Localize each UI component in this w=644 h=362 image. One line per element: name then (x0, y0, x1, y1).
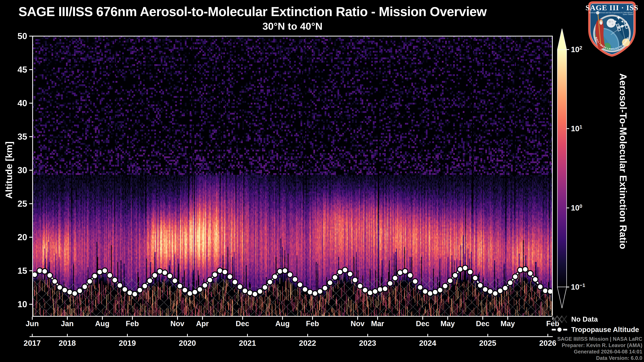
y-tick-mark (29, 304, 32, 305)
legend-no-data-label: No Data (571, 315, 598, 323)
x-year-label: 2020 (179, 339, 196, 348)
logo-subtitle-left: Stratospheric Aerosol and Gas Experiment… (589, 12, 622, 13)
x-month-label: Apr (196, 320, 209, 328)
mission-logo: SAGE III · ISS Stratospheric Aerosol and… (584, 1, 640, 59)
x-month-label: Aug (276, 320, 290, 328)
y-tick-label: 15 (0, 266, 27, 276)
x-month-label: Jun (26, 320, 39, 328)
x-year-tick-mark (32, 334, 33, 337)
x-year-label: 2017 (24, 339, 41, 348)
y-tick-label: 35 (0, 132, 27, 142)
y-tick-mark (29, 69, 32, 70)
colorbar-tick-mark (566, 207, 569, 208)
x-month-label: Jan (61, 320, 74, 328)
no-data-swatch (552, 315, 567, 324)
y-tick-mark (29, 203, 32, 204)
footer-line-generated: Generated 2026-04-08 14:01 (492, 349, 642, 355)
x-month-label: Dec (236, 320, 249, 328)
x-year-label: 2021 (239, 339, 256, 348)
x-month-label: May (440, 320, 455, 328)
x-year-tick-mark (307, 334, 308, 337)
colorbar-title: Aerosol-To-Molecular Extinction Ratio (618, 73, 629, 249)
y-tick-label: 20 (0, 232, 27, 242)
y-tick-label: 10 (0, 299, 27, 309)
x-month-label: Nov (350, 320, 364, 328)
y-tick-mark (29, 36, 32, 36)
colorbar-gradient (557, 49, 567, 288)
x-year-tick-mark (187, 334, 188, 337)
x-year-tick-mark (427, 334, 428, 337)
tropopause-swatch (552, 325, 568, 334)
y-tick-label: 50 (0, 31, 27, 41)
logo-title: SAGE III · ISS (586, 3, 638, 12)
colorbar-tick-mark (566, 287, 569, 287)
footer-line-mission: SAGE III/ISS Mission | NASA LaRC (492, 336, 642, 342)
x-year-label: 2023 (359, 339, 376, 348)
page-title: SAGE III/ISS 676nm Aerosol-to-Molecular … (18, 4, 486, 19)
colorbar-top-arrow (557, 28, 567, 50)
x-month-label: Feb (126, 320, 139, 328)
colorbar-tick-mark (566, 49, 569, 50)
x-year-tick-mark (247, 334, 248, 337)
y-tick-mark (29, 103, 32, 104)
page-subtitle: 30°N to 40°N (262, 20, 322, 32)
y-tick-label: 40 (0, 98, 27, 108)
colorbar-tick-mark (566, 128, 569, 129)
colorbar-tick-label: 10−1 (571, 282, 585, 292)
colorbar-bottom-arrow (557, 287, 567, 309)
x-month-label: Mar (371, 320, 384, 328)
logo-moon (606, 18, 616, 27)
y-tick-mark (29, 270, 32, 271)
y-tick-label: 45 (0, 64, 27, 75)
footer-line-preparer: Preparer: Kevin R. Leavor (AMA) (492, 342, 642, 349)
colorbar-tick-label: 100 (571, 203, 582, 212)
x-month-label: Dec (476, 320, 490, 328)
x-year-tick-mark (487, 334, 488, 337)
x-year-tick-mark (67, 334, 68, 337)
x-month-label: Feb (306, 320, 319, 328)
colorbar-tick-label: 102 (571, 45, 582, 54)
logo-subtitle-right1: International (623, 11, 632, 13)
y-tick-label: 30 (0, 165, 27, 175)
colorbar-tick-label: 101 (571, 124, 582, 133)
x-year-label: 2022 (299, 339, 316, 348)
x-month-label: May (500, 320, 515, 328)
x-year-label: 2018 (59, 339, 76, 348)
y-tick-label: 25 (0, 199, 27, 209)
heatmap-canvas (32, 36, 553, 317)
x-year-label: 2019 (119, 339, 136, 348)
y-tick-mark (29, 237, 32, 238)
footer-credits: SAGE III/ISS Mission | NASA LaRC Prepare… (492, 336, 642, 361)
x-month-label: Aug (95, 320, 110, 328)
y-tick-mark (29, 170, 32, 171)
figure-root: SAGE III/ISS 676nm Aerosol-to-Molecular … (0, 0, 644, 362)
x-month-label: Nov (170, 320, 184, 328)
footer-line-version: Data Version: 6.0.0 (492, 355, 642, 361)
x-year-label: 2024 (419, 339, 436, 348)
legend-tropopause-label: Tropopause Altitude (571, 326, 639, 334)
x-month-label: Dec (416, 320, 430, 328)
x-year-tick-mark (127, 334, 128, 337)
y-tick-mark (29, 136, 32, 137)
logo-subtitle-right2: Space Station (623, 13, 633, 15)
year-axis-line (30, 336, 553, 337)
x-year-tick-mark (367, 334, 368, 337)
